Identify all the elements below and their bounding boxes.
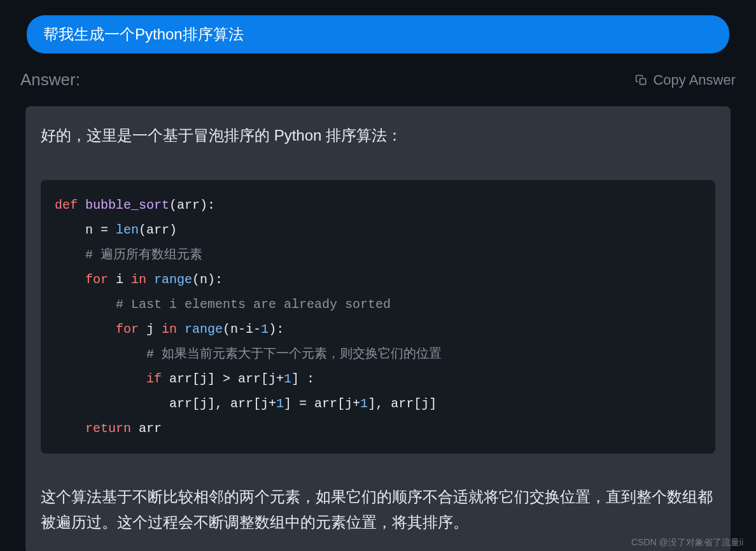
answer-header: Answer: Copy Answer bbox=[5, 70, 751, 90]
answer-intro-text: 好的，这里是一个基于冒泡排序的 Python 排序算法： bbox=[41, 125, 715, 146]
code-block: def bubble_sort(arr): n = len(arr) # 遍历所… bbox=[41, 180, 715, 454]
answer-outro-text: 这个算法基于不断比较相邻的两个元素，如果它们的顺序不合适就将它们交换位置，直到整… bbox=[41, 484, 715, 534]
copy-answer-button[interactable]: Copy Answer bbox=[635, 72, 736, 88]
code-content: def bubble_sort(arr): n = len(arr) # 遍历所… bbox=[55, 193, 701, 441]
user-prompt-pill: 帮我生成一个Python排序算法 bbox=[27, 15, 729, 53]
copy-answer-label: Copy Answer bbox=[653, 72, 736, 88]
answer-body: 好的，这里是一个基于冒泡排序的 Python 排序算法： def bubble_… bbox=[25, 106, 731, 551]
watermark-text: CSDN @没了对象省了流量ii bbox=[631, 537, 743, 548]
copy-icon bbox=[635, 74, 648, 87]
user-prompt-text: 帮我生成一个Python排序算法 bbox=[43, 25, 244, 43]
svg-rect-0 bbox=[640, 78, 646, 84]
answer-label: Answer: bbox=[20, 70, 80, 90]
